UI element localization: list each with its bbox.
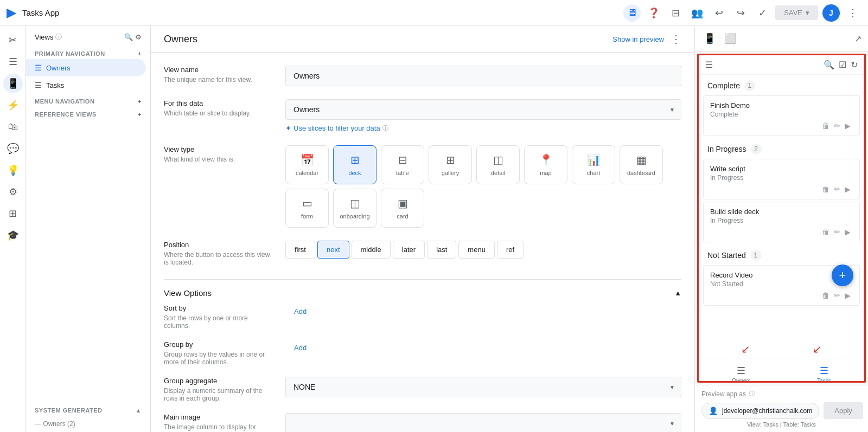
redo-icon-btn[interactable]: ↪ [732,4,749,22]
delete-card-icon-3[interactable]: 🗑 [822,228,829,236]
collapse-system-generated-icon[interactable]: ▲ [136,407,142,414]
avatar[interactable]: J [822,4,840,22]
position-later-btn[interactable]: later [393,241,425,259]
content-more-options-icon[interactable]: ⋮ [671,33,681,46]
delete-card-icon-4[interactable]: 🗑 [822,291,829,300]
preview-bottom-nav: ☰ Owners ☰ Tasks [699,358,864,383]
sidebar-item-owners-bottom[interactable]: — Owners (2) [26,416,146,432]
sort-by-add-button[interactable]: Add [285,304,315,319]
view-type-form[interactable]: ▭ form [285,189,329,228]
settings-icon[interactable]: ⚙ [135,33,142,41]
sidebar-item-owners[interactable]: ☰ Owners [26,59,146,76]
preview-content: ☰ 🔍 ☑ ↻ Complete 1 Finis [697,54,866,383]
more-options-icon-btn[interactable]: ⋮ [844,4,861,22]
position-first-btn[interactable]: first [285,241,315,259]
edit-card-icon-3[interactable]: ✏ [834,228,840,236]
view-type-deck[interactable]: ⊞ deck [333,145,376,184]
group-by-label: Group by [164,340,272,349]
device-icons: 📱 ⬜ [701,30,738,47]
nav-icon-phone[interactable]: 📱 [3,74,23,93]
card-icon: ▣ [398,197,408,210]
edit-card-icon-4[interactable]: ✏ [834,291,840,300]
view-type-calendar[interactable]: 📅 calendar [285,145,329,184]
info-icon: ⓘ [55,33,62,42]
delete-card-icon[interactable]: 🗑 [822,121,829,130]
nav-icon-list[interactable]: ☰ [3,52,23,72]
bottom-nav-owners[interactable]: ☰ Owners [723,363,759,383]
nav-icon-brush[interactable]: ✂ [3,30,23,50]
sidebar-header-icons: 🔍 ⚙ [124,33,142,41]
nav-icon-chat[interactable]: 💬 [3,139,23,158]
bottom-nav-tasks[interactable]: ☰ Tasks [808,363,840,383]
preview-card-build-slide: Build slide deck In Progress 🗑 ✏ ▶ [703,202,860,242]
nav-icon-graduation[interactable]: 🎓 [3,225,23,245]
view-type-detail[interactable]: ◫ detail [476,145,520,184]
nav-icon-settings[interactable]: ⚙ [3,182,23,202]
preview-refresh-icon[interactable]: ↻ [851,60,858,70]
for-this-data-label-col: For this data Which table or slice to di… [164,99,272,117]
edit-card-icon[interactable]: ✏ [834,121,840,130]
expand-card-icon[interactable]: ▶ [845,121,851,130]
view-options-header[interactable]: View Options ▲ [164,280,681,304]
map-icon: 📍 [539,153,553,166]
nav-icon-bolt[interactable]: ⚡ [3,95,23,115]
mobile-device-icon[interactable]: 📱 [701,30,718,47]
expand-preview-icon[interactable]: ↗ [854,34,861,44]
table-icon-btn[interactable]: ⊟ [667,4,684,22]
nav-icon-bulb[interactable]: 💡 [3,160,23,180]
preview-card-actions-finish-demo: 🗑 ✏ ▶ [710,118,853,130]
preview-toolbar: ☰ 🔍 ☑ ↻ [699,55,864,75]
view-type-table[interactable]: ⊟ table [381,145,424,184]
add-reference-views-icon[interactable]: + [138,111,142,118]
nav-icon-grid[interactable]: ⊞ [3,204,23,223]
expand-card-icon-4[interactable]: ▶ [845,291,851,300]
position-last-btn[interactable]: last [427,241,456,259]
position-next-btn[interactable]: next [317,241,349,259]
use-slices-link[interactable]: ✦ Use slices to filter your data ⓘ [285,124,681,132]
tablet-device-icon[interactable]: ⬜ [722,30,738,47]
preview-card-actions-write-script: 🗑 ✏ ▶ [710,182,853,194]
position-sublabel: Where the button to access this view is … [164,251,272,266]
expand-card-icon-3[interactable]: ▶ [845,228,851,236]
group-aggregate-select[interactable]: NONE [285,377,681,397]
view-type-gallery[interactable]: ⊞ gallery [429,145,472,184]
add-fab-button[interactable]: + [832,265,853,286]
save-button[interactable]: SAVE ▾ [775,5,818,20]
preview-search-icon[interactable]: 🔍 [824,60,834,70]
view-type-chart[interactable]: 📊 chart [572,145,615,184]
view-type-dashboard[interactable]: ▦ dashboard [620,145,663,184]
view-type-map[interactable]: 📍 map [524,145,567,184]
add-people-icon-btn[interactable]: 👥 [688,4,706,22]
check-icon-btn[interactable]: ✓ [754,4,771,22]
for-this-data-select[interactable]: Owners [285,99,681,120]
for-this-data-select-wrapper: Owners [285,99,681,120]
nav-icon-shopping[interactable]: 🛍 [3,117,23,137]
sidebar-item-tasks[interactable]: ☰ Tasks [26,76,146,94]
form-section: View name The unique name for this view.… [151,53,694,266]
preview-menu-icon[interactable]: ☰ [705,60,713,70]
main-image-label: Main image [164,413,272,421]
preview-checkbox-icon[interactable]: ☑ [839,60,846,70]
delete-card-icon-2[interactable]: 🗑 [822,185,829,194]
view-type-card[interactable]: ▣ card [381,189,424,228]
search-icon[interactable]: 🔍 [124,33,133,41]
help-icon-btn[interactable]: ❓ [645,4,662,22]
apply-button[interactable]: Apply [824,402,863,419]
onboarding-icon: ◫ [350,197,360,210]
position-ref-btn[interactable]: ref [497,241,524,259]
add-menu-nav-icon[interactable]: + [138,98,142,105]
preview-card-actions-build-slide: 🗑 ✏ ▶ [710,224,853,236]
expand-card-icon-2[interactable]: ▶ [845,185,851,194]
edit-card-icon-2[interactable]: ✏ [834,185,840,194]
main-image-select[interactable] [285,413,681,432]
undo-icon-btn[interactable]: ↩ [710,4,727,22]
position-middle-btn[interactable]: middle [352,241,391,259]
view-name-input[interactable] [285,66,681,86]
position-menu-btn[interactable]: menu [458,241,495,259]
view-type-onboarding[interactable]: ◫ onboarding [333,189,376,228]
bottom-nav-tasks-icon: ☰ [820,365,828,377]
show-in-preview-button[interactable]: Show in preview [612,35,664,43]
add-primary-nav-icon[interactable]: + [138,50,142,57]
group-by-add-button[interactable]: Add [285,340,315,355]
monitor-icon-btn[interactable]: 🖥 [623,4,641,22]
